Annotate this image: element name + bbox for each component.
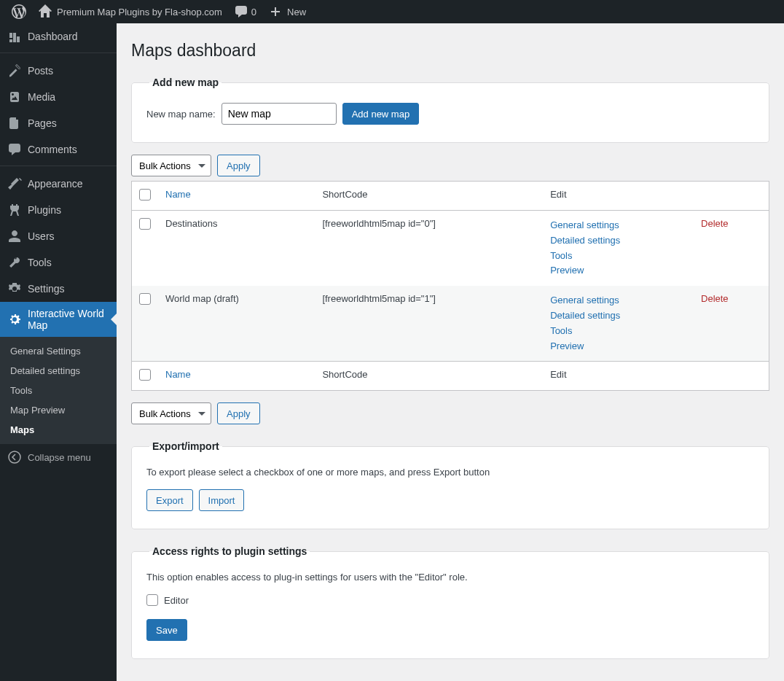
pages-icon [7,116,22,131]
submenu-general-settings[interactable]: General Settings [0,341,117,361]
export-import-section: Export/import To export please select a … [131,440,769,529]
bulk-actions-select-top[interactable]: Bulk Actions [131,155,211,176]
edit-general-link[interactable]: General settings [550,218,686,233]
collapse-label: Collapse menu [28,452,91,463]
select-all-bottom[interactable] [139,369,151,381]
sidebar-label: Appearance [28,178,83,190]
new-map-name-label: New map name: [146,109,216,120]
col-edit: Edit [543,182,694,211]
comments-link[interactable]: 0 [228,0,262,23]
gear-icon [7,312,22,327]
collapse-menu-button[interactable]: Collapse menu [0,444,117,470]
svg-point-0 [9,451,20,463]
table-row: Destinations [freeworldhtml5map id="0"] … [132,211,769,287]
submenu-maps[interactable]: Maps [0,420,117,440]
submenu-tools[interactable]: Tools [0,381,117,400]
settings-icon [7,281,22,296]
sidebar-label: Comments [28,144,77,155]
save-button[interactable]: Save [146,619,187,641]
sidebar-item-media[interactable]: Media [0,84,117,110]
sidebar-item-plugins[interactable]: Plugins [0,197,117,223]
delete-link[interactable]: Delete [701,293,729,304]
sidebar-item-tools[interactable]: Tools [0,249,117,276]
sidebar-label: Dashboard [28,31,78,42]
edit-detailed-link[interactable]: Detailed settings [550,233,686,249]
access-desc: This option enables access to plug-in se… [146,572,754,583]
col-shortcode-foot: ShortCode [315,362,543,391]
submenu-detailed-settings[interactable]: Detailed settings [0,361,117,381]
sidebar-item-appearance[interactable]: Appearance [0,171,117,197]
apply-button-bottom[interactable]: Apply [217,402,260,424]
tablenav-top: Bulk Actions Apply [131,155,769,176]
sidebar-label: Plugins [28,204,61,216]
edit-preview-link[interactable]: Preview [550,263,686,279]
edit-general-link[interactable]: General settings [550,293,686,308]
comments-icon [7,142,22,157]
select-all-top[interactable] [139,189,151,201]
sidebar-item-pages[interactable]: Pages [0,110,117,136]
posts-icon [7,63,22,78]
editor-checkbox[interactable] [146,594,158,606]
access-legend: Access rights to plugin settings [149,545,310,557]
sidebar-submenu: General Settings Detailed settings Tools… [0,337,117,444]
plus-icon [268,4,283,19]
home-icon [38,4,52,19]
main-content: Maps dashboard Add new map New map name:… [117,23,784,681]
sidebar-label: Interactive World Map [28,308,111,331]
col-name[interactable]: Name [165,189,191,200]
access-rights-section: Access rights to plugin settings This op… [131,545,769,659]
sidebar-item-dashboard[interactable]: Dashboard [0,23,117,50]
site-home-link[interactable]: Premium Map Plugins by Fla-shop.com [32,0,228,23]
export-button[interactable]: Export [146,489,193,511]
sidebar-item-settings[interactable]: Settings [0,276,117,302]
row-name: Destinations [158,211,315,287]
row-checkbox[interactable] [139,218,151,230]
sidebar-item-comments[interactable]: Comments [0,136,117,163]
users-icon [7,229,22,244]
sidebar-item-interactive-world-map[interactable]: Interactive World Map [0,302,117,337]
sidebar-item-posts[interactable]: Posts [0,58,117,84]
col-shortcode: ShortCode [315,182,543,211]
sidebar-label: Posts [28,65,53,77]
tablenav-bottom: Bulk Actions Apply [131,402,769,424]
edit-tools-link[interactable]: Tools [550,249,686,264]
site-title: Premium Map Plugins by Fla-shop.com [57,7,222,17]
export-desc: To export please select a checkbox of on… [146,467,754,478]
row-shortcode: [freeworldhtml5map id="0"] [315,211,543,287]
new-map-name-input[interactable] [222,103,337,125]
new-content-link[interactable]: New [262,0,312,23]
apply-button-top[interactable]: Apply [217,155,260,176]
add-new-map-button[interactable]: Add new map [342,103,420,125]
edit-tools-link[interactable]: Tools [550,324,686,339]
wordpress-icon [12,4,26,19]
dashboard-icon [7,29,22,44]
delete-link[interactable]: Delete [701,218,729,229]
collapse-icon [7,450,22,464]
page-title: Maps dashboard [131,41,769,61]
col-edit-foot: Edit [543,362,694,391]
table-row: World map (draft) [freeworldhtml5map id=… [132,286,769,362]
editor-label: Editor [164,595,189,606]
admin-bar: Premium Map Plugins by Fla-shop.com 0 Ne… [0,0,784,23]
admin-sidebar: Dashboard Posts Media Pages Comments App… [0,23,117,681]
col-name-foot[interactable]: Name [165,369,191,380]
appearance-icon [7,176,22,191]
media-icon [7,90,22,104]
sidebar-label: Settings [28,283,65,295]
bulk-actions-select-bottom[interactable]: Bulk Actions [131,402,211,424]
new-label: New [287,7,306,17]
edit-preview-link[interactable]: Preview [550,339,686,354]
row-shortcode: [freeworldhtml5map id="1"] [315,286,543,362]
maps-table: Name ShortCode Edit Destinations [freewo… [131,181,769,391]
add-new-map-legend: Add new map [149,77,222,88]
sidebar-label: Pages [28,117,57,129]
export-legend: Export/import [149,440,222,452]
row-name: World map (draft) [158,286,315,362]
edit-detailed-link[interactable]: Detailed settings [550,308,686,324]
import-button[interactable]: Import [199,489,245,511]
sidebar-item-users[interactable]: Users [0,223,117,249]
submenu-map-preview[interactable]: Map Preview [0,400,117,420]
row-checkbox[interactable] [139,293,151,305]
wp-logo[interactable] [6,0,32,23]
sidebar-label: Tools [28,257,52,268]
